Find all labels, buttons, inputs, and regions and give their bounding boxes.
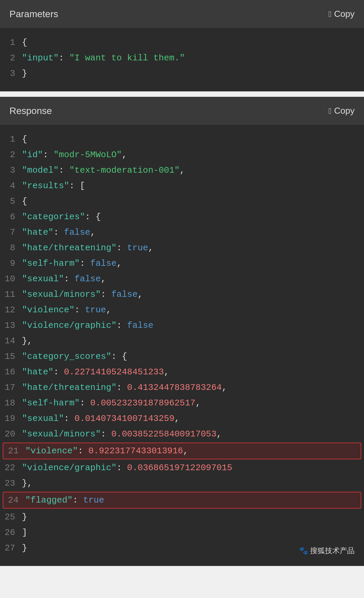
line-number: 19 [0,412,22,425]
line-number: 9 [0,257,22,270]
line-content: "category_scores": { [22,350,364,363]
line-content: "hate/threatening": 0.4132447838783264, [22,381,364,394]
line-content: "hate": 0.22714105248451233, [22,366,364,378]
line-content: ] [22,526,364,539]
line-content: "sexual": false, [22,273,364,285]
line-number: 8 [0,241,22,254]
response-copy-label: Copy [334,106,355,116]
table-row: 13 "violence/graphic": false [0,318,364,333]
table-row: 3} [0,66,364,81]
line-content: "violence/graphic": false [22,319,364,332]
line-content: }, [22,335,364,347]
table-row: 3 "model": "text-moderation-001", [0,163,364,178]
line-content: "hate": false, [22,226,364,239]
table-row: 5 { [0,194,364,209]
table-row: 6 "categories": { [0,209,364,225]
table-row: 16 "hate": 0.22714105248451233, [0,364,364,380]
line-number: 20 [0,428,22,440]
line-number: 11 [0,288,22,301]
line-number: 5 [0,195,22,208]
line-number: 18 [0,397,22,409]
line-content: "flagged": true [25,494,361,507]
section-divider [0,91,364,97]
response-code-block: 1{2 "id": "modr-5MWoLO",3 "model": "text… [0,125,364,566]
line-content: "hate/threatening": true, [22,241,364,254]
line-number: 1 [0,133,22,146]
line-number: 26 [0,526,22,539]
watermark-icon: 🐾 [299,546,308,555]
line-number: 15 [0,350,22,363]
table-row: 12 "violence": true, [0,302,364,318]
parameters-copy-button[interactable]:  Copy [329,9,355,19]
line-content: "sexual": 0.01407341007143259, [22,412,364,425]
line-number: 12 [0,304,22,316]
table-row: 17 "hate/threatening": 0.413244783878326… [0,380,364,395]
line-content: "self-harm": false, [22,257,364,270]
line-number: 1 [0,36,22,49]
line-content: }, [22,477,364,490]
line-content: "id": "modr-5MWoLO", [22,148,364,161]
line-content: { [22,133,364,146]
line-number: 3 [0,164,22,177]
line-content: "model": "text-moderation-001", [22,164,364,177]
table-row: 2 "input": "I want to kill them." [0,50,364,66]
response-section: Response  Copy 1{2 "id": "modr-5MWoLO",… [0,97,364,566]
line-number: 4 [0,179,22,192]
line-number: 2 [0,52,22,64]
line-number: 10 [0,273,22,285]
copy-icon-2:  [329,106,332,116]
parameters-copy-label: Copy [334,9,355,19]
response-header: Response  Copy [0,97,364,125]
table-row: 2 "id": "modr-5MWoLO", [0,147,364,163]
line-number: 14 [0,335,22,347]
parameters-code-block: 1{2 "input": "I want to kill them."3} [0,28,364,91]
line-content: } [22,511,364,523]
line-content: "sexual/minors": false, [22,288,364,301]
line-number: 21 [3,445,25,457]
line-content: { [22,195,364,208]
table-row: 24 "flagged": true [3,492,361,509]
line-number: 25 [0,511,22,523]
line-number: 7 [0,226,22,239]
line-content: "violence/graphic": 0.036865197122097015 [22,461,364,474]
watermark: 🐾 搜狐技术产品 [299,546,355,556]
table-row: 25 } [0,509,364,525]
line-number: 23 [0,477,22,490]
parameters-title: Parameters [9,9,58,20]
watermark-text: 搜狐技术产品 [310,546,355,556]
line-number: 17 [0,381,22,394]
line-number: 24 [3,494,25,507]
table-row: 26 ] [0,525,364,540]
table-row: 19 "sexual": 0.01407341007143259, [0,411,364,426]
table-row: 1{ [0,132,364,147]
line-number: 2 [0,148,22,161]
line-content: { [22,36,364,49]
table-row: 4 "results": [ [0,178,364,194]
table-row: 15 "category_scores": { [0,349,364,364]
line-content: "input": "I want to kill them." [22,52,364,64]
table-row: 9 "self-harm": false, [0,256,364,271]
line-content: "results": [ [22,179,364,192]
line-number: 16 [0,366,22,378]
line-content: "sexual/minors": 0.003852258400917053, [22,428,364,440]
table-row: 8 "hate/threatening": true, [0,240,364,256]
table-row: 20 "sexual/minors": 0.003852258400917053… [0,426,364,442]
line-content: } [22,67,364,80]
table-row: 22 "violence/graphic": 0.036865197122097… [0,460,364,476]
response-copy-button[interactable]:  Copy [329,106,355,116]
line-content: "categories": { [22,210,364,223]
line-content: "violence": 0.9223177433013916, [25,445,361,457]
table-row: 14 }, [0,333,364,349]
copy-icon:  [329,9,332,19]
line-number: 3 [0,67,22,80]
response-title: Response [9,106,52,116]
table-row: 10 "sexual": false, [0,271,364,287]
table-row: 23 }, [0,476,364,491]
parameters-header: Parameters  Copy [0,0,364,28]
parameters-section: Parameters  Copy 1{2 "input": "I want t… [0,0,364,91]
line-content: "self-harm": 0.005232391878962517, [22,397,364,409]
table-row: 11 "sexual/minors": false, [0,287,364,302]
line-number: 6 [0,210,22,223]
table-row: 7 "hate": false, [0,225,364,240]
table-row: 1{ [0,35,364,50]
